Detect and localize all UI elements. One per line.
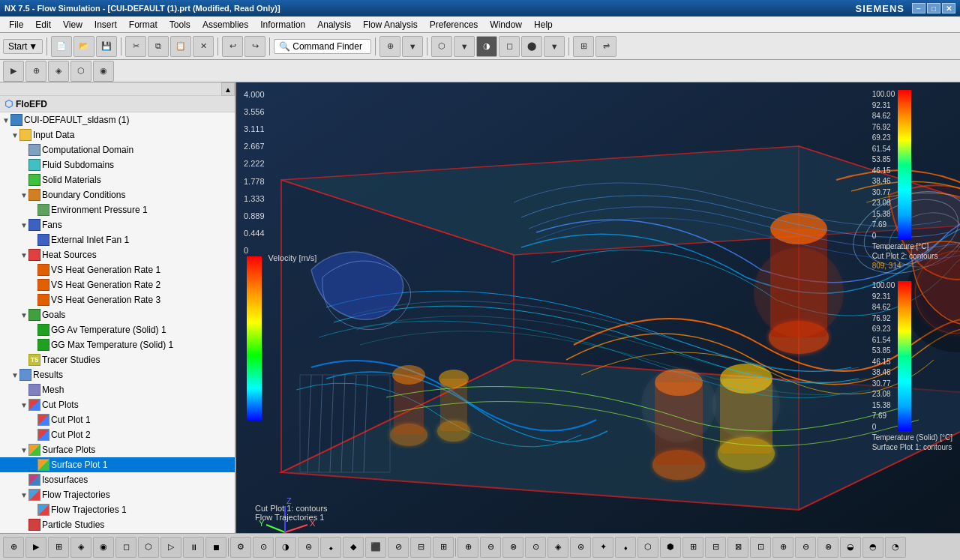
tree-surface-plot1[interactable]: Surface Plot 1 (0, 457, 235, 472)
shading-button[interactable]: ◑ (476, 36, 497, 57)
open-button[interactable]: 📂 (74, 36, 94, 57)
tree-gg-av[interactable]: GG Av Temperature (Solid) 1 (0, 322, 235, 337)
bt-btn32[interactable]: ⊟ (705, 537, 726, 558)
maximize-button[interactable]: □ (927, 3, 940, 13)
tree-cut-plot1[interactable]: Cut Plot 1 (0, 412, 235, 427)
bt-btn10[interactable]: ⏹ (206, 537, 226, 558)
save-button[interactable]: 💾 (96, 36, 117, 57)
bt-btn40[interactable]: ◔ (885, 537, 906, 558)
tree-flow-traj[interactable]: ▼ Flow Trajectories (0, 487, 235, 502)
redo-button[interactable]: ↪ (244, 36, 266, 57)
bt-btn26[interactable]: ⊜ (570, 537, 591, 558)
tb2-btn5[interactable]: ◉ (93, 61, 114, 82)
bt-btn17[interactable]: ⬛ (365, 537, 386, 558)
menu-analysis[interactable]: Analysis (311, 18, 357, 31)
wire-button[interactable]: ◻ (499, 36, 520, 57)
tree-vs-heat2[interactable]: VS Heat Generation Rate 2 (0, 277, 235, 292)
bt-btn34[interactable]: ⊡ (750, 537, 771, 558)
bt-btn11[interactable]: ⚙ (230, 537, 251, 558)
tree-surface-plots[interactable]: ▼ Surface Plots (0, 442, 235, 457)
tree-fluid-sub[interactable]: Fluid Subdomains (0, 157, 235, 172)
boundary-expand[interactable]: ▼ (20, 191, 28, 199)
menu-information[interactable]: Information (254, 18, 311, 31)
tree-goals[interactable]: ▼ Goals (0, 307, 235, 322)
close-button[interactable]: ✕ (942, 3, 956, 13)
render-button[interactable]: ⬤ (521, 36, 542, 57)
tree-point-params[interactable]: Point Parameters (0, 532, 235, 533)
tree-vs-heat1[interactable]: VS Heat Generation Rate 1 (0, 262, 235, 277)
flow-traj-expand[interactable]: ▼ (20, 491, 28, 499)
bt-btn6[interactable]: ◻ (116, 537, 136, 558)
command-finder[interactable]: 🔍 Command Finder (274, 39, 371, 54)
viewport[interactable]: X Y Z 4.000 3.556 3.111 2.667 2.222 1.77… (236, 82, 960, 533)
fans-expand[interactable]: ▼ (20, 221, 28, 229)
view3d2-button[interactable]: ▼ (454, 36, 475, 57)
undo-button[interactable]: ↩ (222, 36, 243, 57)
bt-btn9[interactable]: ⏸ (183, 537, 204, 558)
menu-file[interactable]: File (3, 18, 29, 31)
root-expand[interactable]: ▼ (2, 116, 10, 124)
paste-button[interactable]: 📋 (170, 36, 191, 57)
render2-button[interactable]: ▼ (544, 36, 565, 57)
bt-btn18[interactable]: ⊘ (388, 537, 409, 558)
tree-boundary[interactable]: ▼ Boundary Conditions (0, 187, 235, 202)
view-sync-button[interactable]: ⇌ (596, 36, 616, 57)
menu-insert[interactable]: Insert (88, 18, 123, 31)
bt-btn15[interactable]: ⬥ (320, 537, 341, 558)
bt-btn27[interactable]: ✦ (592, 537, 614, 558)
bt-btn33[interactable]: ⊠ (728, 537, 748, 558)
bt-btn13[interactable]: ◑ (275, 537, 296, 558)
bt-btn14[interactable]: ⊜ (298, 537, 319, 558)
bt-btn1[interactable]: ⊕ (3, 537, 24, 558)
bt-btn31[interactable]: ⊞ (682, 537, 704, 558)
tree-tracer[interactable]: T5 Tracer Studies (0, 352, 235, 367)
tree-root[interactable]: ▼ CUI-DEFAULT_sldasm (1) (0, 112, 235, 127)
tree-isosurfaces[interactable]: Isosurfaces (0, 472, 235, 487)
tree-cut-plot2[interactable]: Cut Plot 2 (0, 427, 235, 442)
tb2-btn3[interactable]: ◈ (48, 61, 69, 82)
bt-btn5[interactable]: ◉ (93, 537, 114, 558)
bt-btn4[interactable]: ◈ (70, 537, 92, 558)
tree-mesh[interactable]: Mesh (0, 382, 235, 397)
bt-btn24[interactable]: ⊙ (525, 537, 546, 558)
view-orient-button[interactable]: ⊞ (573, 36, 594, 57)
menu-preferences[interactable]: Preferences (424, 18, 484, 31)
tree-particle[interactable]: Particle Studies (0, 517, 235, 532)
bt-btn12[interactable]: ⊙ (253, 537, 274, 558)
tree-env-pressure[interactable]: Environment Pressure 1 (0, 202, 235, 217)
tree-cut-plots[interactable]: ▼ Cut Plots (0, 397, 235, 412)
bt-btn25[interactable]: ◈ (548, 537, 568, 558)
minimize-button[interactable]: − (912, 3, 926, 13)
bt-btn39[interactable]: ◓ (862, 537, 884, 558)
tree-input-data[interactable]: ▼ Input Data (0, 127, 235, 142)
bt-btn29[interactable]: ⬡ (638, 537, 658, 558)
snap-button[interactable]: ⊕ (380, 36, 400, 57)
copy-button[interactable]: ⧉ (148, 36, 169, 57)
bt-btn37[interactable]: ⊗ (818, 537, 838, 558)
start-button[interactable]: Start ▼ (3, 39, 43, 54)
tree-flow-traj1[interactable]: Flow Trajectories 1 (0, 502, 235, 517)
bt-btn28[interactable]: ⬧ (615, 537, 636, 558)
cut-button[interactable]: ✂ (125, 36, 146, 57)
bt-btn38[interactable]: ◒ (840, 537, 861, 558)
bt-btn21[interactable]: ⊕ (458, 537, 478, 558)
tree-view[interactable]: ▼ CUI-DEFAULT_sldasm (1) ▼ Input Data Co… (0, 112, 235, 533)
bt-btn8[interactable]: ▷ (160, 537, 182, 558)
menu-window[interactable]: Window (484, 18, 528, 31)
bt-btn22[interactable]: ⊖ (480, 537, 501, 558)
tb2-btn4[interactable]: ⬡ (70, 61, 92, 82)
menu-format[interactable]: Format (123, 18, 164, 31)
tree-comp-domain[interactable]: Computational Domain (0, 142, 235, 157)
view3d-button[interactable]: ⬡ (431, 36, 452, 57)
delete-button[interactable]: ✕ (193, 36, 214, 57)
surface-plots-expand[interactable]: ▼ (20, 446, 28, 454)
heat-sources-expand[interactable]: ▼ (20, 251, 28, 259)
menu-view[interactable]: View (57, 18, 88, 31)
bt-btn16[interactable]: ◆ (343, 537, 364, 558)
menu-assemblies[interactable]: Assemblies (196, 18, 254, 31)
menu-help[interactable]: Help (528, 18, 559, 31)
snap2-button[interactable]: ▼ (402, 36, 423, 57)
results-expand[interactable]: ▼ (10, 371, 20, 379)
bt-btn7[interactable]: ⬡ (138, 537, 159, 558)
goals-expand[interactable]: ▼ (20, 311, 28, 319)
